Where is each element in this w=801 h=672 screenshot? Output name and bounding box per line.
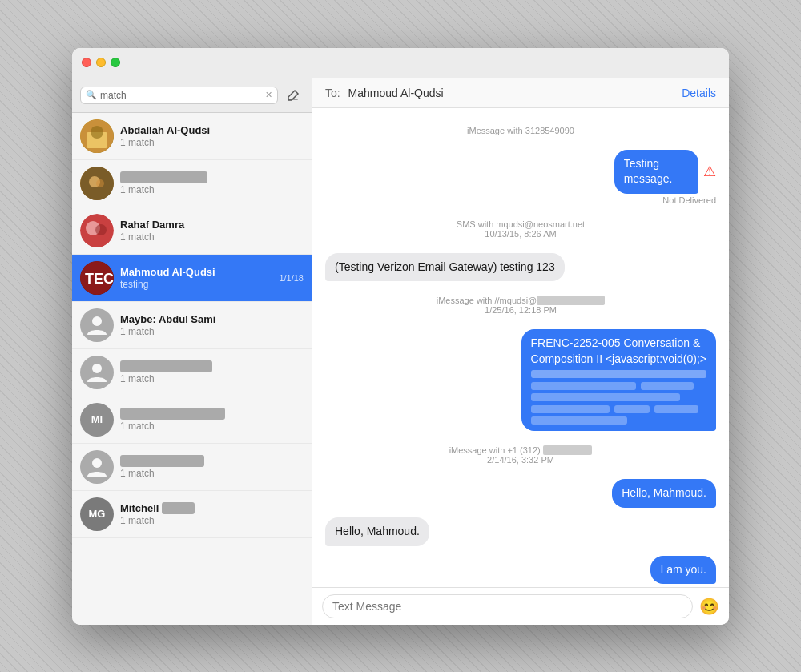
contact-list: Abdallah Al-Qudsi 1 match bbox=[72, 113, 312, 625]
contact-meta: 1 match bbox=[120, 515, 304, 526]
avatar bbox=[80, 450, 114, 484]
search-icon: 🔍 bbox=[86, 90, 97, 100]
list-item[interactable]: ██████ █████ 1 match bbox=[72, 160, 312, 207]
traffic-lights bbox=[82, 58, 120, 67]
avatar bbox=[80, 308, 114, 342]
compose-button[interactable] bbox=[283, 85, 304, 106]
chat-pane: To: Mahmoud Al-Qudsi Details iMessage wi… bbox=[312, 78, 729, 625]
contact-info: ████████████ 1 match bbox=[120, 360, 304, 384]
avatar bbox=[80, 356, 114, 389]
section-label: iMessage with //mqudsi@████ ██████1/25/1… bbox=[325, 296, 716, 315]
svg-point-12 bbox=[92, 316, 102, 326]
sent-row: Testing message. ⚠ bbox=[592, 150, 716, 194]
svg-point-3 bbox=[91, 126, 103, 139]
error-icon: ⚠ bbox=[703, 163, 716, 180]
chat-input-bar: 😊 bbox=[312, 587, 729, 625]
avatar: MG bbox=[80, 497, 114, 531]
message-row: FRENC-2252-005 Conversation &Composition… bbox=[325, 329, 716, 431]
details-button[interactable]: Details bbox=[682, 87, 716, 99]
list-item[interactable]: Rahaf Damra 1 match bbox=[72, 207, 312, 255]
section-label: SMS with mqudsi@neosmart.net10/13/15, 8:… bbox=[325, 219, 716, 239]
contact-name: Rahaf Damra bbox=[120, 219, 304, 231]
emoji-button[interactable]: 😊 bbox=[699, 597, 719, 616]
contact-info: Rahaf Damra 1 match bbox=[120, 219, 304, 243]
avatar bbox=[80, 214, 114, 247]
contact-name: ███████████ bbox=[120, 455, 304, 467]
chat-to: To: Mahmoud Al-Qudsi bbox=[325, 87, 444, 99]
list-item[interactable]: MG Mitchell ████ 1 match bbox=[72, 491, 312, 538]
contact-meta: 1 match bbox=[120, 373, 304, 384]
message-bubble: FRENC-2252-005 Conversation &Composition… bbox=[521, 329, 716, 431]
svg-point-6 bbox=[96, 179, 104, 187]
chat-recipient: Mahmoud Al-Qudsi bbox=[348, 87, 444, 99]
sidebar: 🔍 ✕ bbox=[72, 78, 312, 625]
avatar: MI bbox=[80, 403, 114, 437]
contact-meta: 1 match bbox=[120, 468, 304, 479]
chat-to-label: To: bbox=[325, 87, 340, 99]
list-item[interactable]: Abdallah Al-Qudsi 1 match bbox=[72, 113, 312, 160]
message-bubble: I am you. bbox=[650, 556, 716, 585]
list-item[interactable]: MI ███ & █████████ 1 match bbox=[72, 396, 312, 444]
contact-meta: 1 match bbox=[120, 421, 304, 432]
titlebar bbox=[72, 48, 729, 78]
chat-messages: iMessage with 3128549090 Testing message… bbox=[312, 108, 729, 587]
svg-text:TEC: TEC bbox=[85, 271, 114, 287]
minimize-button[interactable] bbox=[96, 58, 106, 67]
svg-point-13 bbox=[92, 364, 102, 373]
avatar bbox=[80, 119, 114, 153]
search-bar: 🔍 ✕ bbox=[72, 78, 312, 113]
section-label: iMessage with +1 (312) ███ ████2/14/16, … bbox=[325, 445, 716, 465]
list-item[interactable]: TEC Mahmoud Al-Qudsi testing 1/1/18 bbox=[72, 255, 312, 302]
contact-info: Mitchell ████ 1 match bbox=[120, 502, 304, 526]
contact-meta: 1 match bbox=[120, 231, 304, 243]
contact-meta: 1 match bbox=[120, 137, 304, 148]
contact-name: ██████ █████ bbox=[120, 171, 304, 183]
message-status: Not Delivered bbox=[662, 195, 716, 205]
contact-meta: 1 match bbox=[120, 326, 304, 337]
contact-name: Mahmoud Al-Qudsi bbox=[120, 266, 272, 278]
close-button[interactable] bbox=[82, 58, 91, 67]
chat-header: To: Mahmoud Al-Qudsi Details bbox=[312, 78, 729, 108]
contact-name: Mitchell ████ bbox=[120, 502, 304, 514]
contact-info: Maybe: Abdul Sami 1 match bbox=[120, 313, 304, 337]
message-row: Testing message. ⚠ Not Delivered bbox=[325, 150, 716, 205]
contact-name: ████████████ bbox=[120, 360, 304, 372]
avatar bbox=[80, 167, 114, 200]
contact-name: Maybe: Abdul Sami bbox=[120, 313, 304, 325]
contact-name: Abdallah Al-Qudsi bbox=[120, 124, 304, 136]
contact-info: ██████ █████ 1 match bbox=[120, 171, 304, 195]
search-input-wrapper: 🔍 ✕ bbox=[80, 87, 278, 104]
contact-name: ███ & █████████ bbox=[120, 408, 304, 420]
message-bubble: Hello, Mahmoud. bbox=[325, 517, 429, 546]
contact-meta: testing bbox=[120, 279, 272, 290]
list-item[interactable]: ████████████ 1 match bbox=[72, 349, 312, 396]
contact-info: ███████████ 1 match bbox=[120, 455, 304, 479]
list-item[interactable]: ███████████ 1 match bbox=[72, 444, 312, 491]
message-row: Hello, Mahmoud. bbox=[325, 517, 716, 546]
svg-point-9 bbox=[95, 224, 107, 235]
search-input[interactable] bbox=[100, 90, 262, 101]
avatar: TEC bbox=[80, 261, 114, 295]
message-bubble: Testing message. bbox=[614, 150, 698, 194]
contact-date: 1/1/18 bbox=[279, 273, 304, 283]
messages-window: 🔍 ✕ bbox=[72, 48, 729, 625]
message-row: Hello, Mahmoud. bbox=[325, 479, 716, 508]
message-input[interactable] bbox=[322, 594, 693, 618]
contact-meta: 1 match bbox=[120, 184, 304, 195]
message-bubble: (Testing Verizon Email Gateway) testing … bbox=[325, 253, 565, 282]
message-row: (Testing Verizon Email Gateway) testing … bbox=[325, 253, 716, 282]
main-content: 🔍 ✕ bbox=[72, 78, 729, 625]
list-item[interactable]: Maybe: Abdul Sami 1 match bbox=[72, 302, 312, 349]
clear-search-button[interactable]: ✕ bbox=[265, 90, 272, 100]
contact-info: ███ & █████████ 1 match bbox=[120, 408, 304, 432]
contact-info: Abdallah Al-Qudsi 1 match bbox=[120, 124, 304, 148]
maximize-button[interactable] bbox=[111, 58, 120, 67]
contact-info: Mahmoud Al-Qudsi testing bbox=[120, 266, 272, 290]
svg-point-14 bbox=[92, 458, 102, 468]
message-bubble: Hello, Mahmoud. bbox=[612, 479, 716, 508]
message-row: I am you. bbox=[325, 556, 716, 585]
section-label: iMessage with 3128549090 bbox=[325, 126, 716, 135]
